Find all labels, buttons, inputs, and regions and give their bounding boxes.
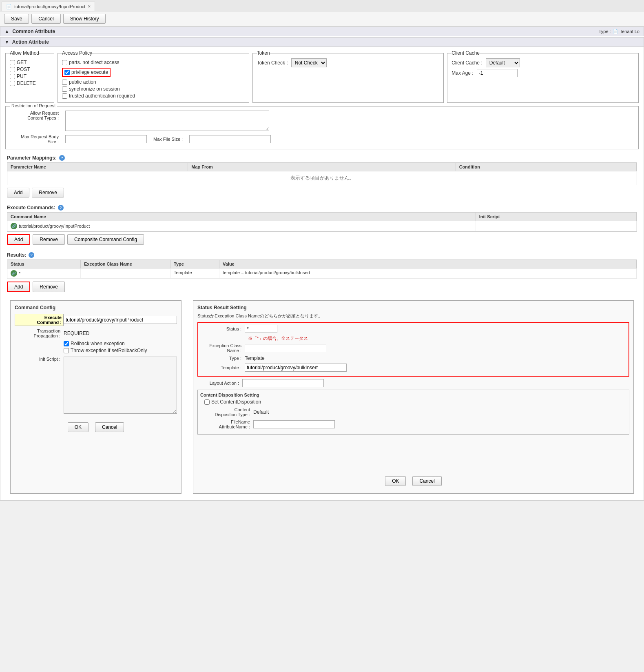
- template-input[interactable]: [245, 364, 347, 372]
- checkbox-post: POST: [10, 67, 50, 72]
- trusted-auth-row: trusted authentication required: [62, 93, 245, 99]
- init-script-form-label: Init Script :: [15, 357, 64, 362]
- client-cache-select[interactable]: Default No Cache: [486, 58, 520, 67]
- filename-form-label: FileNameAttributeName :: [200, 419, 253, 429]
- result-icon: 🔗: [11, 270, 17, 277]
- token-legend: Token: [257, 50, 270, 56]
- filename-input[interactable]: [253, 420, 335, 428]
- layout-action-form-row: Layout Action :: [197, 379, 629, 387]
- status-col: Status: [7, 260, 81, 268]
- results-buttons: Add Remove: [7, 282, 637, 292]
- results-row[interactable]: 🔗 * Template template = tutorial/product…: [7, 268, 637, 279]
- token-check-select[interactable]: Not Check Check: [291, 58, 327, 67]
- status-ok-button[interactable]: OK: [385, 476, 406, 486]
- max-age-input[interactable]: [477, 69, 518, 77]
- checkbox-get-input[interactable]: [10, 60, 15, 65]
- exception-class-form-label: Exception ClassName :: [200, 343, 245, 353]
- execute-command-input[interactable]: [64, 316, 177, 324]
- layout-action-form-value: [242, 379, 629, 387]
- execute-command-icon: 🔗: [11, 223, 17, 229]
- checkbox-get: GET: [10, 60, 50, 65]
- allow-method-legend: Allow Method: [10, 50, 39, 56]
- parameter-mappings-header: Parameter Mappings: ?: [7, 155, 637, 161]
- type-form-value: Template: [245, 355, 627, 361]
- result-value-cell: template = tutorial/product/groovy/bulkI…: [219, 268, 637, 278]
- filename-form-row: FileNameAttributeName :: [200, 419, 626, 429]
- type-form-label: Type :: [200, 356, 245, 361]
- execute-commands-buttons: Add Remove Composite Command Config: [7, 234, 637, 245]
- parameter-mappings-header-row: Parameter Name Map From Condition: [7, 163, 637, 171]
- restriction-legend: Restriction of Request: [10, 103, 57, 108]
- results-header-row: Status Exception Class Name Type Value: [7, 260, 637, 268]
- result-type-cell: Template: [170, 268, 219, 278]
- max-file-input[interactable]: [189, 135, 271, 143]
- set-content-checkbox[interactable]: [204, 399, 210, 405]
- transaction-form-value: REQUIRED: [64, 330, 177, 336]
- exception-class-form-value: [245, 344, 627, 352]
- client-cache-legend: Client Cache: [451, 50, 480, 56]
- toolbar: Save Cancel Show History: [0, 11, 644, 27]
- parts-not-direct-access-checkbox[interactable]: [62, 60, 67, 65]
- execute-commands-header-row: Command Name Init Script: [7, 213, 637, 221]
- rollback-label: Rollback when exception: [71, 341, 125, 346]
- layout-action-input[interactable]: [242, 379, 324, 387]
- client-cache-row: Client Cache : Default No Cache: [451, 58, 634, 67]
- results-section: Results: ? Status Exception Class Name T…: [4, 250, 640, 297]
- execute-commands-remove-button[interactable]: Remove: [33, 234, 65, 245]
- max-request-row: Max Request BodySize : Max File Size :: [9, 134, 635, 144]
- synchronize-session-checkbox[interactable]: [62, 86, 67, 92]
- action-attribute-header[interactable]: ▼ Action Attribute: [0, 37, 644, 47]
- results-add-button[interactable]: Add: [7, 282, 30, 292]
- exception-class-input[interactable]: [245, 344, 326, 352]
- max-age-row: Max Age :: [451, 69, 634, 77]
- type-info: Type : 📄 Tenant Lo: [599, 29, 640, 34]
- parameter-remove-button[interactable]: Remove: [32, 188, 64, 197]
- init-script-col: Init Script: [476, 213, 637, 221]
- throw-label: Throw exception if setRollbackOnly: [71, 348, 147, 353]
- parameter-mappings-label: Parameter Mappings:: [7, 155, 57, 161]
- execute-commands-add-button[interactable]: Add: [7, 234, 30, 245]
- common-attribute-header[interactable]: ▲ Common Attribute Type : 📄 Tenant Lo: [0, 27, 644, 36]
- fieldsets-row: Allow Method GET POST PUT DELETE: [4, 50, 640, 103]
- status-input[interactable]: [245, 325, 277, 333]
- rollback-checkbox[interactable]: [64, 341, 69, 346]
- composite-command-button[interactable]: Composite Command Config: [67, 234, 144, 245]
- trusted-auth-checkbox[interactable]: [62, 93, 67, 99]
- parameter-mappings-info-icon[interactable]: ?: [59, 155, 65, 161]
- results-remove-button[interactable]: Remove: [33, 282, 65, 292]
- results-info-icon[interactable]: ?: [29, 252, 34, 258]
- transaction-form-label: TransactionPropagation :: [15, 328, 64, 338]
- max-request-input[interactable]: [65, 135, 147, 143]
- privilege-execute-checkbox[interactable]: [64, 70, 70, 75]
- rollback-section: Rollback when exception Throw exception …: [64, 341, 177, 353]
- restriction-fieldset: Restriction of Request Allow RequestCont…: [5, 106, 639, 149]
- tab-close-button[interactable]: ×: [88, 4, 91, 9]
- execute-commands-info-icon[interactable]: ?: [58, 205, 64, 211]
- filename-form-value: [253, 420, 626, 428]
- client-cache-label: Client Cache :: [451, 60, 482, 66]
- checkbox-delete-input[interactable]: [10, 81, 15, 86]
- execute-commands-row[interactable]: 🔗 tutorial/product/groovy/InputProduct: [7, 221, 637, 231]
- main-tab[interactable]: 📄 tutorial/product/groovy/InputProduct ×: [2, 2, 95, 11]
- init-script-form-row: Init Script :: [15, 357, 177, 415]
- status-cancel-button[interactable]: Cancel: [412, 476, 441, 486]
- parameter-add-button[interactable]: Add: [7, 188, 29, 197]
- public-action-checkbox[interactable]: [62, 80, 67, 85]
- allow-request-textarea[interactable]: [65, 111, 269, 131]
- command-ok-button[interactable]: OK: [68, 422, 89, 432]
- init-script-textarea[interactable]: [64, 357, 177, 414]
- parts-not-direct-access-label: parts. not direct access: [69, 60, 119, 65]
- parameter-mappings-buttons: Add Remove: [7, 188, 637, 197]
- status-result-spacer: [197, 436, 629, 469]
- checkbox-post-input[interactable]: [10, 67, 15, 72]
- status-note: ※「*」の場合、全ステータス: [248, 335, 627, 342]
- show-history-button[interactable]: Show History: [63, 14, 106, 24]
- result-status-cell: 🔗 *: [7, 268, 81, 278]
- checkbox-put-input[interactable]: [10, 74, 15, 79]
- checkbox-get-label: GET: [17, 60, 27, 65]
- command-cancel-button[interactable]: Cancel: [95, 422, 124, 432]
- action-attribute-label: ▼ Action Attribute: [4, 39, 49, 45]
- save-button[interactable]: Save: [4, 14, 29, 24]
- throw-checkbox[interactable]: [64, 348, 69, 353]
- cancel-button[interactable]: Cancel: [31, 14, 60, 24]
